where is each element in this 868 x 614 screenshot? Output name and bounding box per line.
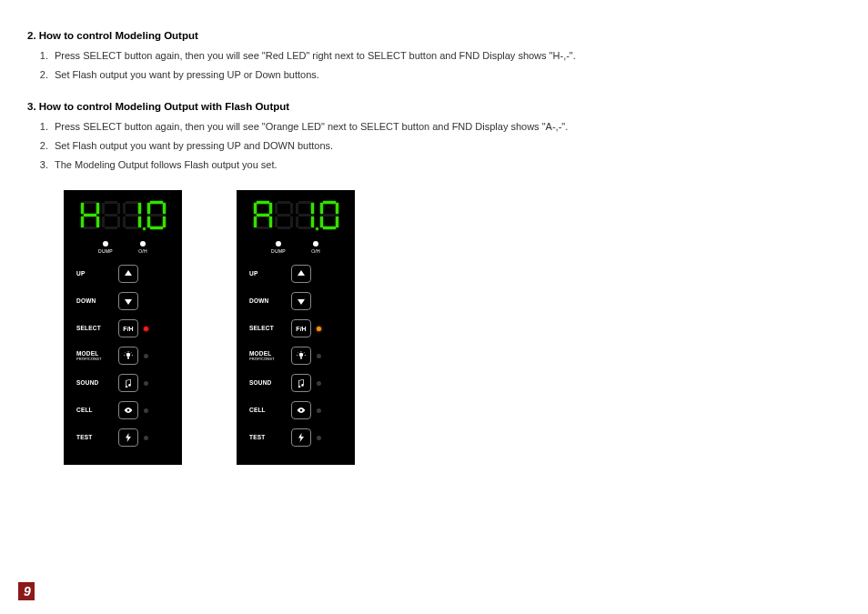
sound-label: SOUND [76, 380, 113, 387]
svg-point-2 [299, 353, 303, 357]
cell-led [317, 408, 321, 413]
svg-rect-3 [300, 357, 302, 359]
bulb-icon [124, 351, 133, 360]
test-label: TEST [76, 435, 113, 441]
eye-icon [297, 406, 306, 415]
section-3-step: Press SELECT button again, then you will… [51, 117, 841, 136]
control-panel-right: DUMP O/H UP DOWN SELECT F/H M [237, 190, 355, 465]
section-2-heading: 2. How to control Modeling Output [27, 30, 841, 41]
down-label: DOWN [249, 298, 286, 305]
sound-led [144, 381, 148, 386]
up-label: UP [76, 271, 113, 277]
cell-led [144, 408, 148, 413]
select-label: SELECT [249, 326, 286, 332]
up-button[interactable] [118, 265, 138, 283]
music-note-icon [124, 378, 133, 388]
up-button[interactable] [291, 265, 311, 283]
test-button[interactable] [291, 428, 311, 447]
cell-button[interactable] [291, 401, 311, 419]
flash-icon [124, 433, 133, 442]
sound-button[interactable] [118, 374, 138, 392]
model-button[interactable] [118, 347, 138, 365]
flash-icon [297, 433, 306, 442]
down-button[interactable] [291, 292, 311, 310]
model-led [144, 354, 148, 358]
dump-indicator: DUMP [98, 241, 113, 254]
model-label: MODEL PROP/CONST [249, 351, 286, 361]
section-3-heading: 3. How to control Modeling Output with F… [27, 101, 841, 112]
select-button[interactable]: F/H [118, 319, 138, 337]
section-3-step: The Modeling Output follows Flash output… [51, 156, 841, 175]
section-2-step: Press SELECT button again, then you will… [51, 46, 841, 65]
section-2-step: Set Flash output you want by pressing UP… [51, 65, 841, 85]
up-label: UP [249, 271, 286, 277]
sound-led [317, 381, 321, 386]
select-label: SELECT [76, 326, 113, 332]
eye-icon [124, 406, 133, 415]
test-led [144, 436, 148, 440]
oh-indicator: O/H [138, 241, 147, 254]
bulb-icon [297, 351, 306, 360]
test-label: TEST [249, 435, 286, 441]
svg-point-0 [126, 353, 130, 357]
model-label: MODEL PROP/CONST [76, 351, 113, 361]
select-button[interactable]: F/H [291, 319, 311, 337]
sound-label: SOUND [249, 380, 286, 387]
test-button[interactable] [118, 428, 138, 447]
arrow-up-icon [124, 269, 133, 278]
music-note-icon [297, 378, 306, 388]
down-label: DOWN [76, 298, 113, 305]
fnd-display [69, 199, 177, 232]
cell-label: CELL [76, 408, 113, 414]
cell-label: CELL [249, 408, 286, 414]
section-3-step: Set Flash output you want by pressing UP… [51, 136, 841, 156]
arrow-down-icon [124, 297, 133, 306]
dump-indicator: DUMP [271, 241, 286, 254]
fnd-display [242, 199, 349, 232]
oh-indicator: O/H [311, 241, 320, 254]
select-led [317, 327, 321, 331]
sound-button[interactable] [291, 374, 311, 392]
control-panel-left: DUMP O/H UP DOWN SELECT F/H M [64, 190, 182, 465]
test-led [317, 436, 321, 440]
select-led [144, 327, 148, 331]
model-button[interactable] [291, 347, 311, 365]
arrow-up-icon [297, 269, 306, 278]
model-led [317, 354, 321, 358]
svg-rect-1 [127, 357, 129, 359]
section-3-steps: Press SELECT button again, then you will… [51, 117, 841, 175]
arrow-down-icon [297, 297, 306, 306]
control-panels-row: DUMP O/H UP DOWN SELECT F/H M [64, 190, 841, 465]
section-2-steps: Press SELECT button again, then you will… [51, 46, 841, 85]
cell-button[interactable] [118, 401, 138, 419]
down-button[interactable] [118, 292, 138, 310]
